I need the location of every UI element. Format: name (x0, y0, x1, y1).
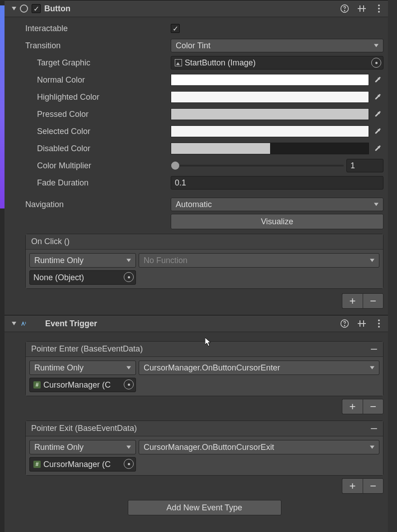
context-menu-icon[interactable] (374, 4, 383, 13)
pressed-color-swatch[interactable] (171, 108, 369, 120)
add-new-event-type-button[interactable]: Add New Event Type (128, 500, 281, 515)
disabled-color-swatch[interactable] (171, 143, 369, 154)
svg-point-3 (344, 325, 345, 326)
event-trigger-foldout[interactable] (12, 322, 16, 325)
normal-color-swatch[interactable] (171, 74, 369, 86)
help-icon[interactable] (340, 319, 349, 328)
onclick-block: On Click () Runtime Only No Function Non… (25, 234, 383, 289)
onclick-remove-button[interactable]: − (363, 293, 383, 309)
pointer-enter-add-button[interactable]: + (342, 399, 363, 414)
color-multiplier-slider[interactable] (171, 160, 344, 171)
onclick-target-value: None (Object) (33, 273, 84, 282)
normal-color-label: Normal Color (37, 75, 171, 85)
transition-label: Transition (25, 41, 171, 51)
button-component-title: Button (44, 4, 336, 14)
highlighted-color-label: Highlighted Color (37, 93, 171, 102)
eyedropper-icon[interactable] (372, 91, 383, 103)
onclick-add-button[interactable]: + (342, 293, 363, 309)
eyedropper-icon[interactable] (372, 125, 383, 137)
onclick-target-field[interactable]: None (Object) (29, 270, 136, 285)
preset-icon[interactable] (357, 319, 366, 328)
transition-dropdown[interactable]: Color Tint (171, 39, 383, 52)
pointer-exit-remove-button[interactable]: − (363, 478, 383, 494)
button-enabled-checkbox[interactable]: ✓ (32, 4, 41, 13)
fade-duration-label: Fade Duration (37, 178, 171, 188)
target-graphic-field[interactable]: StartButton (Image) (171, 56, 383, 69)
button-foldout[interactable] (12, 7, 16, 10)
svg-point-1 (344, 10, 345, 11)
event-collapse-icon[interactable]: − (370, 426, 378, 431)
color-multiplier-value[interactable]: 1 (346, 159, 383, 172)
color-multiplier-label: Color Multiplier (37, 161, 171, 171)
script-icon: # (33, 461, 41, 468)
object-picker-icon[interactable] (371, 58, 381, 68)
button-component-header: ✓ Button (5, 0, 388, 17)
navigation-dropdown[interactable]: Automatic (171, 198, 383, 211)
pointer-enter-function-dropdown[interactable]: CursorManager.OnButtonCursorEnter (139, 361, 379, 375)
pointer-enter-remove-button[interactable]: − (363, 399, 383, 414)
event-trigger-icon (20, 319, 29, 328)
selected-color-swatch[interactable] (171, 125, 369, 137)
button-component-icon (20, 5, 28, 13)
navigation-label: Navigation (25, 200, 171, 209)
pointer-enter-header: Pointer Enter (BaseEventData) (31, 344, 370, 354)
event-trigger-header: Event Trigger (5, 315, 388, 332)
pointer-enter-target-field[interactable]: # CursorManager (C (29, 378, 136, 392)
eyedropper-icon[interactable] (372, 74, 383, 86)
highlighted-color-swatch[interactable] (171, 91, 369, 103)
scrollbar[interactable] (388, 0, 397, 532)
visualize-button[interactable]: Visualize (171, 214, 383, 229)
pointer-exit-block: Pointer Exit (BaseEventData) − Runtime O… (25, 421, 383, 476)
pointer-exit-callstate-dropdown[interactable]: Runtime Only (29, 440, 136, 454)
interactable-checkbox[interactable]: ✓ (171, 24, 180, 33)
pointer-exit-target-value: CursorManager (C (43, 460, 111, 469)
onclick-callstate-dropdown[interactable]: Runtime Only (29, 253, 136, 268)
button-component-body: Interactable ✓ Transition Color Tint Tar… (5, 17, 388, 315)
pointer-exit-add-button[interactable]: + (342, 478, 363, 494)
pointer-enter-target-value: CursorManager (C (43, 380, 111, 390)
disabled-color-label: Disabled Color (37, 144, 171, 153)
target-graphic-value: StartButton (Image) (185, 58, 256, 68)
pointer-enter-callstate-dropdown[interactable]: Runtime Only (29, 361, 136, 375)
pressed-color-label: Pressed Color (37, 110, 171, 119)
pointer-enter-block: Pointer Enter (BaseEventData) − Runtime … (25, 341, 383, 396)
eyedropper-icon[interactable] (372, 143, 383, 154)
eyedropper-icon[interactable] (372, 108, 383, 120)
onclick-header: On Click () (31, 237, 378, 246)
object-picker-icon[interactable] (124, 379, 134, 389)
event-collapse-icon[interactable]: − (370, 347, 378, 352)
context-menu-icon[interactable] (374, 319, 383, 328)
image-icon (175, 59, 182, 66)
target-graphic-label: Target Graphic (37, 58, 171, 68)
selected-color-label: Selected Color (37, 127, 171, 136)
preset-icon[interactable] (357, 4, 366, 13)
onclick-function-dropdown[interactable]: No Function (139, 253, 379, 268)
pointer-exit-function-dropdown[interactable]: CursorManager.OnButtonCursorExit (139, 440, 379, 454)
interactable-label: Interactable (25, 24, 171, 33)
event-trigger-title: Event Trigger (45, 319, 336, 328)
fade-duration-field[interactable]: 0.1 (171, 176, 383, 190)
object-picker-icon[interactable] (124, 459, 134, 469)
pointer-exit-header: Pointer Exit (BaseEventData) (31, 424, 370, 433)
script-icon: # (33, 381, 41, 389)
pointer-exit-target-field[interactable]: # CursorManager (C (29, 457, 136, 472)
object-picker-icon[interactable] (124, 272, 134, 282)
help-icon[interactable] (340, 4, 349, 13)
